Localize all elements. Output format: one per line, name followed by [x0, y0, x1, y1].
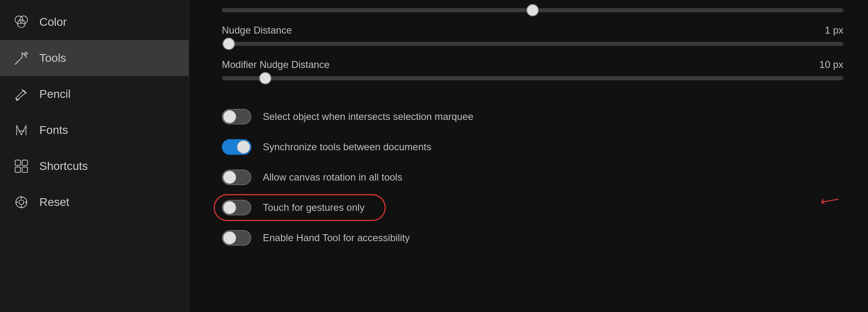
toggle-hand-tool[interactable]: [222, 230, 251, 246]
toggle-row-hand-tool: Enable Hand Tool for accessibility: [222, 223, 843, 253]
sidebar-item-reset[interactable]: Reset: [0, 184, 189, 220]
toggle-label-canvas-rotation: Allow canvas rotation in all tools: [263, 172, 402, 183]
nudge-distance-header: Nudge Distance 1 px: [222, 25, 843, 36]
sidebar-label-pencil: Pencil: [39, 88, 71, 101]
sidebar-label-reset: Reset: [39, 196, 69, 209]
toggle-label-synchronize-tools: Synchronize tools between documents: [263, 141, 431, 153]
svg-point-21: [19, 200, 23, 204]
color-icon: [12, 13, 30, 31]
nudge-distance-section: Nudge Distance 1 px: [222, 25, 843, 47]
modifier-nudge-section: Modifier Nudge Distance 10 px: [222, 59, 843, 82]
svg-line-12: [17, 126, 21, 135]
toggle-touch-gestures[interactable]: [222, 200, 251, 215]
sidebar-item-pencil[interactable]: Pencil: [0, 76, 189, 112]
nudge-distance-thumb[interactable]: [223, 38, 235, 50]
modifier-nudge-thumb[interactable]: [259, 72, 271, 84]
main-content: Nudge Distance 1 px Modifier Nudge Dista…: [189, 0, 868, 312]
svg-rect-16: [15, 160, 21, 165]
svg-line-13: [21, 126, 26, 135]
svg-rect-19: [22, 167, 27, 172]
modifier-nudge-track[interactable]: [222, 76, 843, 80]
sidebar-item-shortcuts[interactable]: Shortcuts: [0, 148, 189, 184]
toggle-row-synchronize-tools: Synchronize tools between documents: [222, 132, 843, 162]
modifier-nudge-header: Modifier Nudge Distance 10 px: [222, 59, 843, 70]
pencil-icon: [12, 85, 30, 103]
sidebar-label-tools: Tools: [39, 52, 66, 65]
fonts-icon: [12, 121, 30, 139]
nudge-distance-track[interactable]: [222, 42, 843, 46]
toggle-canvas-rotation[interactable]: [222, 170, 251, 185]
svg-rect-18: [15, 167, 21, 172]
sidebar-item-tools[interactable]: Tools: [0, 40, 189, 76]
modifier-nudge-label: Modifier Nudge Distance: [222, 59, 330, 70]
top-slider-thumb[interactable]: [526, 4, 539, 16]
toggle-knob-select-object: [223, 110, 236, 123]
annotation-arrow: ⟵: [819, 191, 841, 209]
top-slider-track: [222, 8, 843, 12]
svg-line-7: [15, 63, 17, 64]
toggle-row-canvas-rotation: Allow canvas rotation in all tools: [222, 162, 843, 192]
toggle-knob-hand-tool: [223, 231, 236, 244]
toggle-row-touch-gestures: Touch for gestures only ⟵: [222, 192, 843, 223]
toggle-synchronize-tools[interactable]: [222, 139, 251, 155]
modifier-nudge-value: 10 px: [819, 59, 843, 70]
shortcuts-icon: [12, 157, 30, 175]
toggle-label-hand-tool: Enable Hand Tool for accessibility: [263, 232, 410, 244]
nudge-distance-value: 1 px: [825, 25, 843, 36]
toggle-row-select-object: Select object when intersects selection …: [222, 102, 843, 132]
toggle-knob-synchronize-tools: [237, 140, 250, 154]
top-slider-container: [222, 8, 843, 12]
sidebar: Color Tools Pencil: [0, 0, 189, 312]
sidebar-label-color: Color: [39, 16, 67, 29]
toggle-label-touch-gestures: Touch for gestures only: [263, 202, 365, 213]
sidebar-label-fonts: Fonts: [39, 124, 68, 137]
toggle-knob-canvas-rotation: [223, 171, 236, 184]
reset-icon: [12, 193, 30, 211]
svg-rect-17: [22, 160, 27, 165]
toggles-section: Select object when intersects selection …: [222, 102, 843, 253]
sidebar-item-color[interactable]: Color: [0, 4, 189, 40]
toggle-label-select-object: Select object when intersects selection …: [263, 111, 474, 122]
nudge-distance-label: Nudge Distance: [222, 25, 292, 36]
sidebar-label-shortcuts: Shortcuts: [39, 160, 88, 173]
tools-icon: [12, 49, 30, 67]
toggle-select-object[interactable]: [222, 109, 251, 124]
toggle-knob-touch-gestures: [223, 201, 236, 214]
sidebar-item-fonts[interactable]: Fonts: [0, 112, 189, 148]
